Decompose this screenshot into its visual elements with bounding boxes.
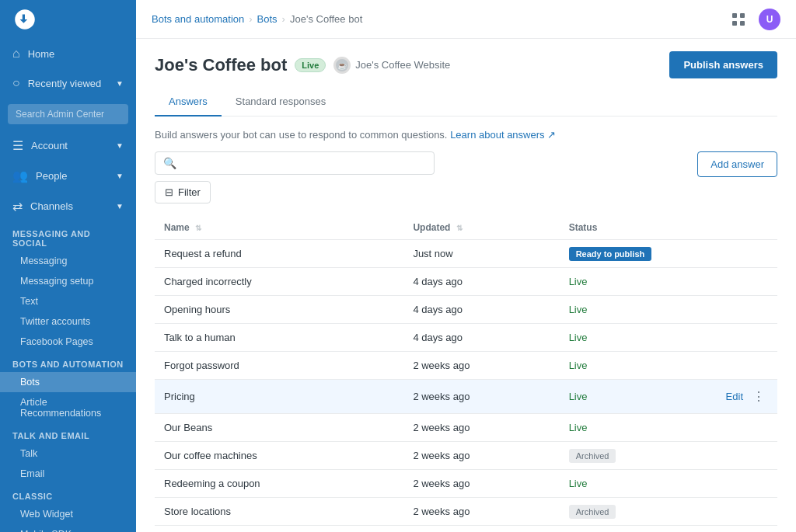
- classic-section-label: Classic: [0, 484, 136, 504]
- answer-actions: [684, 442, 777, 470]
- sidebar-item-account[interactable]: ☰ Account ▼: [0, 130, 136, 161]
- grid-icon[interactable]: [728, 9, 749, 30]
- channels-icon: ⇄: [12, 199, 23, 214]
- sidebar-sub-bots[interactable]: Bots: [0, 372, 136, 392]
- status-badge: Live: [569, 391, 588, 402]
- answer-updated: 2 weeks ago: [403, 470, 559, 498]
- sidebar-sub-web-widget[interactable]: Web Widget: [0, 504, 136, 524]
- sidebar-sub-text[interactable]: Text: [0, 291, 136, 311]
- answer-updated: 2 weeks ago: [403, 414, 559, 442]
- tabs: Answers Standard responses: [155, 88, 777, 116]
- chevron-icon: ▼: [116, 79, 124, 88]
- col-header-name: Name ⇅: [155, 216, 403, 240]
- answer-name[interactable]: Pricing: [155, 380, 403, 414]
- sidebar-sub-email[interactable]: Email: [0, 464, 136, 484]
- sidebar-item-recently-viewed[interactable]: ○ Recently viewed ▼: [0, 68, 136, 98]
- answer-updated: 2 weeks ago: [403, 442, 559, 470]
- avatar[interactable]: U: [759, 9, 780, 30]
- answer-status: Live: [560, 352, 684, 380]
- topbar: Bots and automation › Bots › Joe's Coffe…: [136, 0, 796, 39]
- sidebar-sub-messaging-setup[interactable]: Messaging setup: [0, 271, 136, 291]
- answer-updated: 4 days ago: [403, 296, 559, 324]
- answer-status: Live: [560, 324, 684, 352]
- answer-status: Archived: [560, 442, 684, 470]
- answer-status: Archived: [560, 498, 684, 526]
- answer-name[interactable]: Redeeming a coupon: [155, 470, 403, 498]
- answer-actions: [684, 498, 777, 526]
- sidebar-item-home[interactable]: ⌂ Home: [0, 39, 136, 68]
- description-text: Build answers your bot can use to respon…: [155, 129, 777, 141]
- live-badge: Live: [295, 58, 326, 72]
- filter-icon: ⊟: [165, 186, 173, 198]
- tab-standard-responses[interactable]: Standard responses: [222, 88, 340, 116]
- zendesk-logo-icon: [12, 7, 37, 32]
- table-row: Charged incorrectly 4 days ago Live: [155, 268, 777, 296]
- sidebar-sub-talk[interactable]: Talk: [0, 443, 136, 464]
- breadcrumb-sep-2: ›: [282, 13, 285, 25]
- answer-name[interactable]: Forgot password: [155, 352, 403, 380]
- more-options-icon[interactable]: ⋮: [749, 388, 768, 405]
- sidebar-sub-mobile-sdk[interactable]: Mobile SDK: [0, 524, 136, 532]
- learn-about-answers-link[interactable]: Learn about answers ↗: [450, 129, 556, 141]
- svg-text:☕: ☕: [337, 61, 347, 71]
- channel-icon: ☕: [333, 57, 351, 74]
- answer-name[interactable]: Charged incorrectly: [155, 268, 403, 296]
- answer-name[interactable]: Our Beans: [155, 414, 403, 442]
- talk-section-label: Talk and email: [0, 423, 136, 443]
- status-badge: Ready to publish: [569, 247, 652, 261]
- table-row: Redeeming a coupon 2 weeks ago Live: [155, 470, 777, 498]
- search-input-answers[interactable]: [183, 158, 426, 169]
- tab-answers[interactable]: Answers: [155, 88, 222, 116]
- answer-name[interactable]: Store locations: [155, 498, 403, 526]
- breadcrumb-bots[interactable]: Bots: [257, 13, 278, 25]
- answer-updated: 4 days ago: [403, 268, 559, 296]
- breadcrumb-current: Joe's Coffee bot: [290, 13, 362, 25]
- answer-actions: [684, 296, 777, 324]
- sidebar-item-channels[interactable]: ⇄ Channels ▼: [0, 191, 136, 221]
- col-header-status: Status: [560, 216, 684, 240]
- svg-rect-1: [740, 13, 745, 18]
- answer-name[interactable]: Coffee bean subscription: [155, 526, 403, 533]
- sidebar-item-people-label: People: [36, 170, 67, 182]
- answer-updated: 2 weeks ago: [403, 352, 559, 380]
- col-header-actions: [684, 216, 777, 240]
- breadcrumb-sep-1: ›: [249, 13, 252, 25]
- answer-status: Live: [560, 268, 684, 296]
- table-row: Forgot password 2 weeks ago Live: [155, 352, 777, 380]
- sidebar-sub-article-recs[interactable]: Article Recommendations: [0, 392, 136, 423]
- add-answer-button[interactable]: Add answer: [697, 151, 777, 177]
- answer-actions: [684, 268, 777, 296]
- status-badge: Archived: [569, 449, 616, 463]
- table-row: Pricing 2 weeks ago Live Edit ⋮: [155, 380, 777, 414]
- clock-icon: ○: [12, 76, 20, 90]
- sidebar-item-people[interactable]: 👥 People ▼: [0, 161, 136, 191]
- answer-status: Live: [560, 380, 684, 414]
- search-input[interactable]: [8, 104, 128, 124]
- publish-answers-button[interactable]: Publish answers: [669, 51, 777, 78]
- breadcrumb-bots-automation[interactable]: Bots and automation: [152, 13, 244, 25]
- channels-chevron-icon: ▼: [116, 202, 124, 210]
- sidebar-item-channels-label: Channels: [30, 200, 73, 212]
- answer-name[interactable]: Our coffee machines: [155, 442, 403, 470]
- topbar-right: U: [728, 9, 780, 30]
- status-badge: Live: [569, 276, 588, 287]
- answer-status: Live: [560, 414, 684, 442]
- filter-button[interactable]: ⊟ Filter: [155, 181, 211, 203]
- answer-actions: [684, 240, 777, 268]
- sidebar-item-account-label: Account: [31, 140, 68, 151]
- answer-name[interactable]: Talk to a human: [155, 324, 403, 352]
- page-title-row: Joe's Coffee bot Live ☕ Joe's Coffee Web…: [155, 51, 777, 78]
- answer-actions: [684, 352, 777, 380]
- main-content: Bots and automation › Bots › Joe's Coffe…: [136, 0, 796, 532]
- sidebar-sub-twitter[interactable]: Twitter accounts: [0, 311, 136, 332]
- account-chevron-icon: ▼: [116, 141, 124, 150]
- answer-updated: 2 weeks ago: [403, 380, 559, 414]
- sidebar-item-recently-viewed-label: Recently viewed: [28, 78, 102, 89]
- answer-name[interactable]: Opening hours: [155, 296, 403, 324]
- answer-status: Live: [560, 470, 684, 498]
- sidebar-sub-facebook[interactable]: Facebook Pages: [0, 332, 136, 352]
- answer-actions: [684, 470, 777, 498]
- sidebar-sub-messaging[interactable]: Messaging: [0, 251, 136, 271]
- answer-name[interactable]: Request a refund: [155, 240, 403, 268]
- edit-link[interactable]: Edit: [726, 391, 743, 402]
